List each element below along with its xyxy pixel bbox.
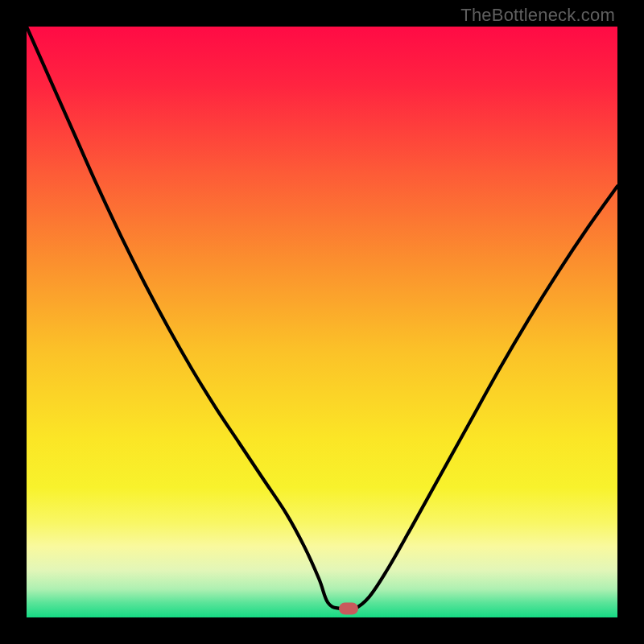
chart-stage: TheBottleneck.com — [0, 0, 644, 644]
background-gradient — [27, 27, 617, 617]
watermark-text: TheBottleneck.com — [460, 5, 615, 26]
svg-rect-0 — [27, 27, 617, 617]
optimal-marker — [339, 602, 358, 614]
plot-area — [27, 27, 617, 617]
